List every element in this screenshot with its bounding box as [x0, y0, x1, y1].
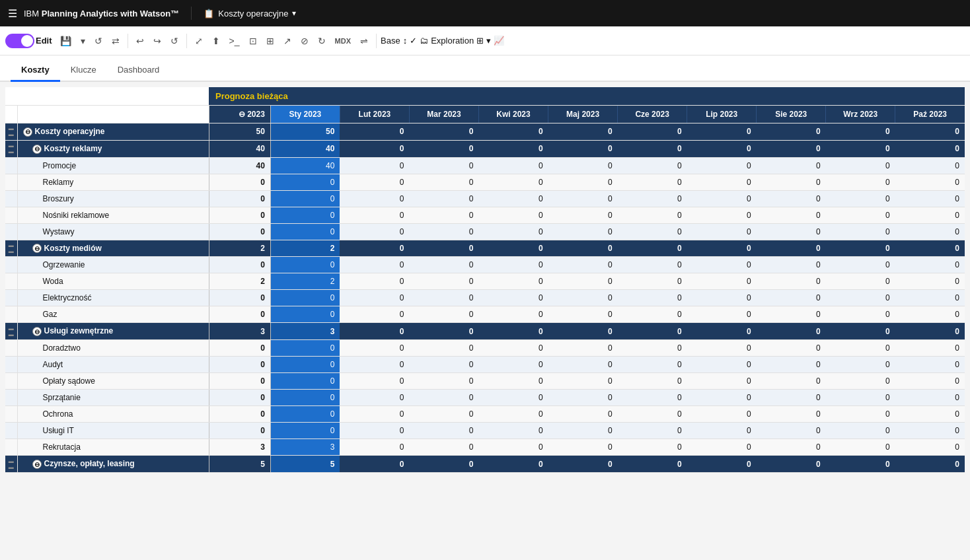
expand-button[interactable]: ⤢: [191, 33, 207, 49]
cell-sty[interactable]: 0: [270, 174, 340, 190]
cell-lut: 0: [340, 373, 409, 390]
cell-kwi: 0: [479, 273, 548, 290]
cell-sty[interactable]: 0: [270, 223, 340, 240]
save-dropdown-button[interactable]: ▾: [77, 33, 89, 49]
cell-sty[interactable]: 40: [270, 140, 340, 157]
cell-cze: 0: [618, 340, 687, 357]
undo-button[interactable]: ↩: [132, 33, 148, 49]
cell-mar: 0: [409, 174, 478, 190]
cell-lut: 0: [340, 456, 409, 473]
cell-total: 40: [209, 157, 270, 174]
cell-mar: 0: [409, 123, 478, 141]
cell-sty[interactable]: 0: [270, 357, 340, 373]
cell-sty[interactable]: 0: [270, 306, 340, 323]
row-label[interactable]: ⊖Koszty reklamy: [17, 140, 209, 157]
cell-sty[interactable]: 0: [270, 257, 340, 273]
tab-dashboard[interactable]: Dashboard: [107, 59, 170, 82]
cell-cze: 0: [618, 357, 687, 373]
cell-paz: 0: [895, 357, 965, 373]
row-label: Elektryczność: [17, 290, 209, 306]
cell-sty[interactable]: 0: [270, 373, 340, 390]
keep-button[interactable]: ⬆: [208, 33, 224, 49]
row-controls: [5, 157, 17, 174]
cell-sty[interactable]: 40: [270, 157, 340, 174]
sync-button[interactable]: ↻: [314, 33, 330, 49]
doc-dropdown-icon[interactable]: ▾: [292, 9, 296, 18]
filter-button[interactable]: ⇌: [356, 33, 372, 49]
row-label: Ochrona: [17, 406, 209, 423]
cell-kwi: 0: [479, 357, 548, 373]
edit-toggle[interactable]: [5, 34, 34, 48]
exploration-dropdown[interactable]: ▾: [486, 36, 491, 46]
cell-sty[interactable]: 0: [270, 290, 340, 306]
row-label[interactable]: ⊖Usługi zewnętrzne: [17, 323, 209, 340]
console-button[interactable]: >_: [225, 33, 244, 49]
grid-icon: ⊞: [476, 36, 484, 46]
table-row: Woda22000000000: [5, 273, 965, 290]
cell-sty[interactable]: 3: [270, 439, 340, 456]
mdx-button[interactable]: MDX: [331, 34, 355, 48]
table-wrapper: Prognoza bieżąca ⊖ 2023 Sty 2023 Lut 202…: [5, 87, 965, 473]
cell-lip: 0: [687, 123, 757, 141]
cell-sty[interactable]: 5: [270, 456, 340, 473]
tab-koszty[interactable]: Koszty: [11, 59, 60, 82]
table-row: Usługi IT00000000000: [5, 423, 965, 439]
cell-sty[interactable]: 3: [270, 323, 340, 340]
cell-wrz: 0: [826, 456, 895, 473]
cell-lut: 0: [340, 423, 409, 439]
cell-cze: 0: [618, 190, 687, 207]
row-controls: [5, 174, 17, 190]
cell-sty[interactable]: 2: [270, 273, 340, 290]
collapse-button[interactable]: ⊖: [23, 127, 32, 137]
row-label[interactable]: ⊖Koszty operacyjne: [17, 123, 209, 141]
cell-sie: 0: [757, 373, 826, 390]
cell-paz: 0: [895, 323, 965, 340]
cell-sty[interactable]: 0: [270, 340, 340, 357]
cell-wrz: 0: [826, 390, 895, 406]
collapse-button[interactable]: ⊖: [32, 244, 42, 253]
cell-sty[interactable]: 2: [270, 240, 340, 257]
share-button[interactable]: ⇄: [108, 33, 124, 49]
row-label[interactable]: ⊖Czynsze, opłaty, leasing: [17, 456, 209, 473]
reset-button[interactable]: ↺: [167, 33, 182, 49]
table-button[interactable]: ⊞: [262, 33, 278, 49]
navbar-divider: [191, 7, 192, 20]
cell-wrz: 0: [826, 223, 895, 240]
row-controls: ▬▬: [5, 123, 17, 141]
top-navbar: ☰ IBM Planning Analytics with Watson™ 📋 …: [0, 0, 970, 26]
refresh-button[interactable]: ↺: [91, 33, 106, 49]
chart-icon[interactable]: 📈: [494, 36, 504, 46]
collapse-button[interactable]: ⊖: [32, 145, 42, 154]
collapse-button[interactable]: ⊖: [32, 327, 42, 336]
cell-cze: 0: [618, 373, 687, 390]
cell-maj: 0: [548, 290, 618, 306]
row-label: Promocje: [17, 157, 209, 174]
cell-maj: 0: [548, 207, 618, 223]
cell-wrz: 0: [826, 190, 895, 207]
cell-sty[interactable]: 0: [270, 423, 340, 439]
save-button[interactable]: 💾: [56, 33, 75, 49]
data-table: Prognoza bieżąca ⊖ 2023 Sty 2023 Lut 202…: [5, 87, 965, 473]
cell-maj: 0: [548, 123, 618, 141]
row-label[interactable]: ⊖Koszty mediów: [17, 240, 209, 257]
tab-klucze[interactable]: Klucze: [60, 59, 107, 82]
block-button[interactable]: ⊘: [297, 33, 313, 49]
cell-sty[interactable]: 0: [270, 406, 340, 423]
cell-sty[interactable]: 0: [270, 190, 340, 207]
redo-button[interactable]: ↪: [149, 33, 165, 49]
cell-sty[interactable]: 0: [270, 390, 340, 406]
row-controls: [5, 439, 17, 456]
cell-sty[interactable]: 0: [270, 207, 340, 223]
cell-kwi: 0: [479, 123, 548, 141]
base-label: Base: [381, 36, 400, 46]
collapse-button[interactable]: ⊖: [32, 460, 42, 469]
row-label: Audyt: [17, 357, 209, 373]
chart-link-button[interactable]: ↗: [280, 33, 295, 49]
cell-sty[interactable]: 50: [270, 123, 340, 141]
cell-mar: 0: [409, 423, 478, 439]
hamburger-icon[interactable]: ☰: [8, 7, 17, 20]
cell-lut: 0: [340, 357, 409, 373]
grid-view-button[interactable]: ⊡: [245, 33, 261, 49]
cell-lip: 0: [687, 273, 757, 290]
cell-maj: 0: [548, 190, 618, 207]
